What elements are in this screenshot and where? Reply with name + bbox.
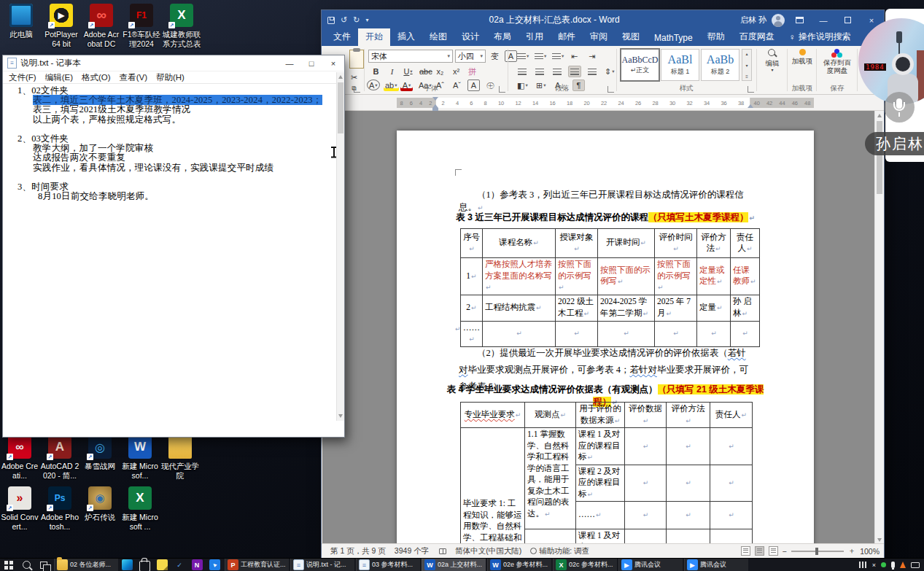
font-size-combo[interactable]: 小四▾ [455,50,486,63]
phonetic-guide-button[interactable]: 变 [489,50,501,62]
taskbar-item-ppt[interactable]: P工程教育认证... [225,559,289,571]
taskbar-item-folder[interactable]: 02 各位老师... [54,559,118,571]
zoom-level[interactable]: 100% [860,547,880,556]
tab-引用[interactable]: 引用 [519,28,551,46]
scroll-down-icon[interactable] [877,538,882,542]
character-scale-button[interactable]: A [467,79,480,91]
web-layout-button[interactable] [769,546,778,556]
tab-文件[interactable]: 文件 [326,28,358,46]
desktop-icon-monitor[interactable]: 此电脑 [1,3,41,39]
start-button[interactable] [0,559,18,571]
tray-person-icon[interactable]: × [872,562,876,569]
font-name-combo[interactable]: 宋体▾ [368,50,453,63]
style-标题 1[interactable]: AaBl标题 1 [661,49,699,81]
undo-icon[interactable]: ↺ [341,15,347,25]
multilevel-list-button[interactable]: ▾ [551,50,565,62]
redo-icon[interactable]: ↻ [353,15,360,25]
notepad-text-area[interactable]: 1、02文件夹表二，填近三个学年土木夏季班，2024-2025，2023-202… [3,84,344,438]
taskbar-pinned-edge[interactable] [118,559,136,571]
desktop-icon-potplayer[interactable]: ▶↗PotPlayer 64 bit [42,3,81,48]
tab-布局[interactable]: 布局 [486,28,519,46]
clipboard-dialog-launcher-icon[interactable] [354,86,360,93]
strikethrough-button[interactable]: abc [418,66,434,77]
scroll-up-icon[interactable] [877,114,882,117]
underline-button[interactable]: U▾ [402,66,414,77]
align-left-button[interactable] [516,66,528,77]
taskbar-item-notepad[interactable]: ≡03 参考材料... [356,559,420,571]
bullets-button[interactable]: ▾ [516,50,530,62]
ribbon-display-options-icon[interactable] [790,11,809,29]
taskbar-pinned-store[interactable] [136,559,153,571]
taskbar-pinned-dove[interactable] [206,559,223,571]
desktop-icon-cc[interactable]: ∞↗Adobe Creati... [0,435,39,480]
styles-gallery-scroll[interactable]: ▴▾≡ [742,49,752,81]
word-titlebar[interactable]: ↺ ↻ ▾ 02a 上交材料-汇总表.docx - Word 启林 孙 — × [322,10,884,30]
character-shading-button[interactable]: A▾ [367,79,380,90]
proofing-icon[interactable] [439,548,446,554]
tray-dot-icon[interactable] [881,562,886,567]
tab-百度网盘[interactable]: 百度网盘 [732,28,782,46]
desktop-icon-excel[interactable]: X↗城建教师联系方式总表8.... [162,3,201,49]
editing-button[interactable]: 编辑▾ [761,49,784,73]
notepad-maximize-icon[interactable]: □ [300,55,322,71]
word-count[interactable]: 3949 个字 [395,546,429,556]
italic-button[interactable]: I [386,66,398,77]
tab-开始[interactable]: 开始 [358,28,390,46]
zoom-in-button[interactable]: ＋ [848,546,856,556]
tray-kb-icon[interactable] [911,562,920,568]
paragraph-dialog-launcher-icon[interactable] [607,86,614,93]
taskbar-item-meeting[interactable]: ▶腾讯会议 [618,559,683,571]
superscript-button[interactable]: x² [450,66,462,77]
desktop-icon-excelfile[interactable]: X新建 Microsoft ... [120,486,160,531]
desktop[interactable]: { "desktop": { "rows": [ [ {"label":"此电脑… [0,0,924,571]
notepad-scrollbar[interactable] [336,72,344,421]
taskbar-pinned-onenote[interactable]: N [188,559,206,571]
phonetic-field-button[interactable]: 拼 [466,66,478,77]
increase-indent-button[interactable]: ⇥ [586,50,598,62]
print-layout-button[interactable] [755,546,764,556]
taskbar-item-word[interactable]: W02e 参考材料... [487,559,551,571]
notepad-titlebar[interactable]: ≡ 说明.txt - 记事本 — □ × [3,55,344,71]
desktop-icon-acrobat[interactable]: ∞↗Adobe Acrobat DC [82,3,121,48]
tab-插入[interactable]: 插入 [390,28,422,46]
language-indicator[interactable]: 简体中文(中国大陆) [455,546,521,556]
notepad-close-icon[interactable]: × [322,55,344,71]
styles-dialog-launcher-icon[interactable] [748,86,754,93]
notepad-menu-item[interactable]: 编辑(E) [41,72,77,83]
text-highlight-button[interactable]: ab▾ [384,79,399,91]
font-dialog-launcher-icon[interactable] [499,86,505,93]
align-center-button[interactable] [533,66,546,77]
bold-button[interactable]: B [370,66,382,77]
tray-flame-icon[interactable] [900,562,906,568]
distribute-button[interactable] [586,66,598,77]
line-spacing-button[interactable]: ⇕▾ [603,66,616,77]
enclose-character-button[interactable]: ㊉ [484,79,497,91]
desktop-icon-solid[interactable]: »↗Solid Convert... [0,486,39,531]
tab-绘图[interactable]: 绘图 [422,28,454,46]
tab-MathType[interactable]: MathType [647,31,700,46]
document-area[interactable]: （1）参考表 3，列出近三年已开展课程目标达成情况评价的课程信息。↵ 表 3 近… [322,111,876,545]
maximize-icon[interactable] [838,11,857,29]
tab-视图[interactable]: 视图 [615,28,647,46]
account-avatar[interactable] [772,14,785,27]
shading-button[interactable]: ◧▾ [516,79,529,91]
notepad-menu-item[interactable]: 帮助(H) [152,72,189,83]
read-mode-button[interactable] [741,546,750,556]
notepad-minimize-icon[interactable]: — [279,55,300,71]
addins-button[interactable]: 加载项 [791,49,813,66]
first-line-indent-marker[interactable] [432,97,438,101]
subscript-button[interactable]: x₂ [434,66,446,77]
style-↵正文[interactable]: AaBbCcD↵正文 [621,49,659,81]
zoom-slider[interactable] [791,551,844,552]
taskbar-pinned-todo[interactable]: ✓ [171,559,188,571]
notepad-menu-item[interactable]: 格式(O) [77,72,115,83]
numbering-button[interactable]: ▾ [533,50,548,62]
zoom-slider-thumb[interactable] [815,548,818,555]
taskbar-item-excel[interactable]: X02c 参考材料... [553,559,617,571]
desktop-icon-bnet[interactable]: ◎↗暴雪战网 [80,435,120,471]
notepad-scroll-up-icon[interactable] [338,75,343,79]
account-name[interactable]: 启林 孙 [740,15,766,26]
desktop-icon-autocad[interactable]: A↗AutoCAD 2020 - 简... [40,435,79,480]
notepad-scroll-down-icon[interactable] [338,414,343,418]
paste-button[interactable] [349,50,364,69]
